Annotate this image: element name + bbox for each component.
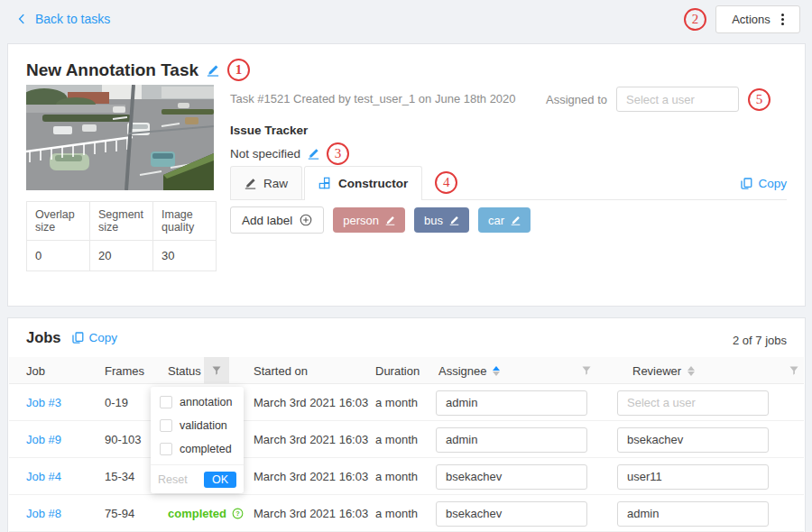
pencil-icon	[245, 178, 256, 189]
build-icon	[318, 177, 331, 189]
task-meta: Task #1521 Created by test_user_1 on Jun…	[230, 92, 516, 105]
job-link[interactable]: Job #8	[26, 507, 61, 520]
filter-option-validation[interactable]: validation	[151, 414, 244, 437]
reviewer-input[interactable]	[617, 390, 769, 416]
job-link[interactable]: Job #9	[26, 433, 61, 446]
tab-constructor[interactable]: Constructor	[304, 166, 422, 199]
question-circle-icon[interactable]: ?	[232, 508, 244, 519]
chevron-left-icon	[16, 13, 27, 25]
param-value-segment: 20	[90, 241, 153, 271]
assigned-to-label: Assigned to	[546, 93, 607, 106]
job-row-9: Job #9 90-103 March 3rd 2021 16:03 a mon…	[9, 421, 804, 458]
job-started: March 3rd 2021 16:03	[254, 384, 368, 421]
job-row-4: Job #4 15-34 March 3rd 2021 16:03 a mont…	[9, 458, 804, 495]
jobs-card: Jobs Copy 2 of 7 jobs Job Frames Status …	[7, 317, 806, 532]
filter-option-annotation[interactable]: annotation	[151, 390, 244, 414]
jobs-title: Jobs	[26, 329, 61, 346]
jobs-count: 2 of 7 jobs	[733, 334, 787, 347]
job-frames: 15-34	[105, 458, 134, 495]
col-job: Job	[26, 364, 45, 378]
add-label-button[interactable]: Add label	[230, 206, 324, 234]
filter-reset-button[interactable]: Reset	[158, 473, 188, 486]
job-link[interactable]: Job #3	[26, 396, 61, 409]
label-chip-bus[interactable]: bus	[414, 207, 469, 233]
job-duration: a month	[375, 384, 418, 421]
copy-jobs-link[interactable]: Copy	[72, 331, 118, 344]
param-header-segment: Segment size	[90, 202, 153, 241]
param-value-quality: 30	[153, 241, 217, 271]
task-title: New Annotation Task 1	[26, 59, 250, 81]
back-to-tasks-link[interactable]: Back to tasks	[16, 12, 110, 26]
assignee-input[interactable]	[436, 501, 587, 527]
label-chip-car-name: car	[488, 214, 504, 227]
assignee-input[interactable]	[436, 464, 587, 490]
reviewer-input[interactable]	[617, 427, 769, 453]
job-started: March 3rd 2021 16:03	[254, 495, 368, 532]
task-params-table: Overlap size Segment size Image quality …	[26, 201, 217, 271]
copy-icon	[72, 332, 84, 344]
param-header-quality: Image quality	[153, 202, 217, 241]
assignee-input[interactable]	[436, 427, 587, 453]
checkbox[interactable]	[160, 396, 172, 408]
status-filter-icon[interactable]	[204, 357, 229, 384]
job-status: completed	[168, 507, 226, 520]
labels-tabbar: Raw Constructor 4 Copy	[230, 166, 787, 200]
reviewer-filter-icon[interactable]	[781, 357, 807, 384]
col-duration: Duration	[375, 364, 420, 378]
callout-2: 2	[684, 8, 706, 31]
job-row-8: Job #8 75-94 completed ? March 3rd 2021 …	[9, 495, 804, 532]
callout-1: 1	[227, 59, 250, 81]
job-frames: 90-103	[105, 421, 141, 458]
callout-4: 4	[435, 171, 457, 194]
col-reviewer-sort[interactable]: Reviewer	[632, 357, 695, 384]
job-started: March 3rd 2021 16:03	[254, 458, 368, 495]
filter-ok-button[interactable]: OK	[204, 472, 236, 488]
checkbox[interactable]	[160, 419, 172, 432]
reviewer-input[interactable]	[617, 464, 769, 490]
checkbox[interactable]	[160, 443, 172, 455]
job-frames: 0-19	[105, 384, 128, 421]
actions-button[interactable]: Actions	[715, 5, 800, 33]
edit-label-icon	[385, 216, 395, 225]
task-title-text: New Annotation Task	[26, 60, 198, 80]
job-link[interactable]: Job #4	[26, 470, 61, 483]
issue-tracker-label: Issue Tracker	[230, 124, 308, 137]
tab-raw-label: Raw	[263, 177, 288, 190]
assignee-filter-icon[interactable]	[574, 357, 599, 384]
filter-option-completed[interactable]: completed	[151, 437, 244, 461]
sort-icon	[687, 366, 695, 376]
tab-raw[interactable]: Raw	[230, 166, 302, 199]
job-frames: 75-94	[105, 495, 134, 532]
param-value-overlap: 0	[27, 241, 90, 271]
label-chip-car[interactable]: car	[478, 207, 531, 233]
assignee-input[interactable]	[436, 390, 587, 416]
jobs-table-header: Job Frames Status Started on Duration As…	[9, 357, 804, 384]
add-label-label: Add label	[242, 214, 292, 227]
col-assignee-sort[interactable]: Assignee	[438, 357, 500, 384]
job-duration: a month	[375, 421, 418, 458]
task-assignee-input[interactable]	[616, 87, 739, 112]
more-vertical-icon	[781, 14, 784, 25]
copy-labels-link[interactable]: Copy	[741, 177, 787, 190]
copy-jobs-label: Copy	[89, 331, 118, 344]
job-duration: a month	[375, 458, 418, 495]
copy-labels-label: Copy	[758, 177, 787, 190]
task-details-card: New Annotation Task 1	[7, 43, 806, 307]
edit-task-name-icon[interactable]	[207, 64, 219, 77]
copy-icon	[741, 178, 752, 189]
label-chip-person-name: person	[343, 214, 379, 227]
job-row-3: Job #3 0-19 March 3rd 2021 16:03 a month	[9, 384, 804, 421]
edit-issue-tracker-icon[interactable]	[308, 148, 319, 160]
svg-text:?: ?	[235, 509, 240, 518]
actions-label: Actions	[732, 13, 770, 26]
col-frames: Frames	[105, 364, 144, 378]
plus-circle-icon	[300, 214, 312, 226]
issue-tracker-value: Not specified	[230, 147, 300, 161]
label-chip-person[interactable]: person	[333, 207, 405, 233]
reviewer-input[interactable]	[617, 501, 769, 527]
callout-5: 5	[748, 88, 770, 111]
label-chip-bus-name: bus	[424, 214, 443, 227]
job-started: March 3rd 2021 16:03	[254, 421, 368, 458]
param-header-overlap: Overlap size	[27, 202, 90, 241]
edit-label-icon	[511, 216, 521, 225]
